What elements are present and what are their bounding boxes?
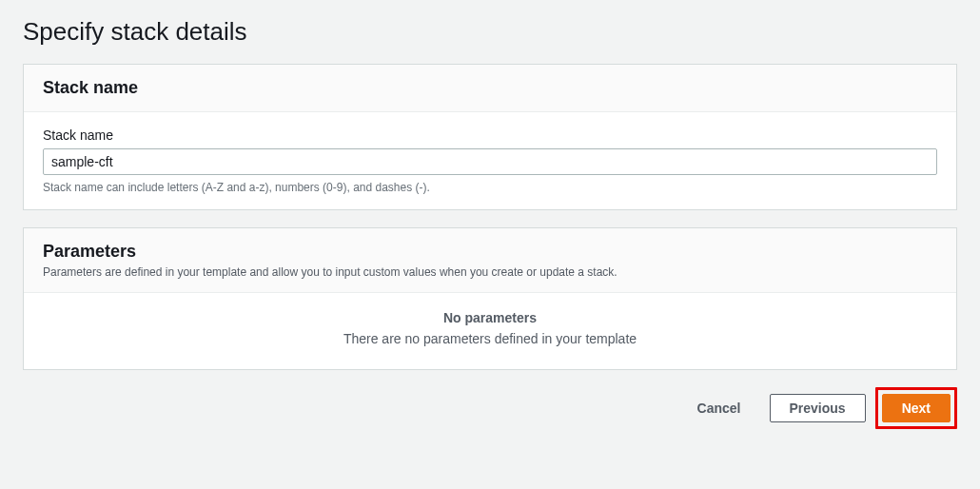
parameters-panel-description: Parameters are defined in your template … bbox=[43, 265, 937, 279]
highlight-annotation: Next bbox=[875, 387, 957, 429]
previous-button[interactable]: Previous bbox=[770, 394, 866, 422]
parameters-panel: Parameters Parameters are defined in you… bbox=[23, 227, 957, 370]
page-title: Specify stack details bbox=[23, 17, 957, 47]
stack-name-panel-body: Stack name Stack name can include letter… bbox=[24, 112, 956, 209]
next-button[interactable]: Next bbox=[882, 394, 951, 422]
stack-name-hint: Stack name can include letters (A-Z and … bbox=[43, 181, 937, 194]
no-parameters-text: There are no parameters defined in your … bbox=[43, 331, 937, 346]
stack-name-panel: Stack name Stack name Stack name can inc… bbox=[23, 64, 957, 210]
stack-name-panel-title: Stack name bbox=[43, 78, 937, 98]
stack-name-label: Stack name bbox=[43, 127, 937, 143]
stack-name-input[interactable] bbox=[43, 148, 937, 175]
parameters-panel-title: Parameters bbox=[43, 242, 937, 262]
stack-name-panel-header: Stack name bbox=[24, 65, 956, 112]
parameters-panel-body: No parameters There are no parameters de… bbox=[24, 293, 956, 369]
no-parameters-title: No parameters bbox=[43, 310, 937, 325]
parameters-panel-header: Parameters Parameters are defined in you… bbox=[24, 228, 956, 293]
cancel-button[interactable]: Cancel bbox=[678, 395, 760, 421]
footer-actions: Cancel Previous Next bbox=[23, 387, 957, 429]
